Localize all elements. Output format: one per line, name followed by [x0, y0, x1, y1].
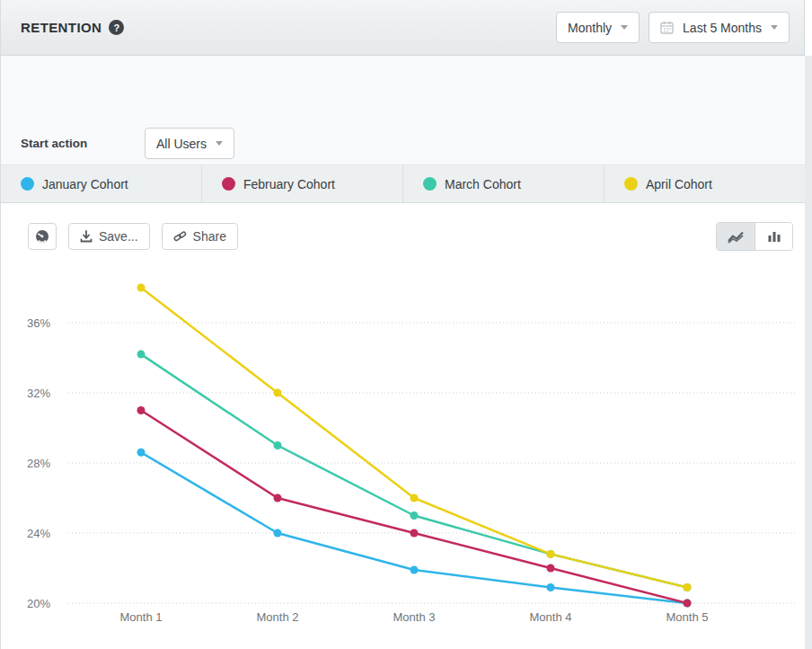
data-point-february-cohort[interactable]	[274, 494, 282, 502]
link-icon	[173, 230, 187, 243]
x-axis-tick-label: Month 3	[393, 610, 436, 624]
date-range-dropdown[interactable]: Last 5 Months	[649, 12, 790, 43]
share-button-label: Share	[193, 229, 226, 244]
report-header: RETENTION ? Monthly Last 5 Months	[1, 0, 804, 56]
retention-report-panel: RETENTION ? Monthly Last 5 Months	[0, 0, 805, 649]
bar-chart-icon	[767, 230, 781, 243]
gauge-icon	[35, 229, 49, 244]
download-icon	[80, 230, 93, 243]
data-point-february-cohort[interactable]	[410, 529, 419, 538]
series-line-january-cohort	[141, 452, 687, 603]
granularity-dropdown-value: Monthly	[568, 21, 612, 35]
legend-item-january-cohort[interactable]: January Cohort	[1, 165, 202, 202]
data-point-april-cohort[interactable]	[547, 550, 555, 558]
data-point-april-cohort[interactable]	[274, 389, 282, 397]
x-axis-tick-label: Month 1	[120, 610, 163, 624]
y-axis-tick-label: 32%	[27, 387, 50, 400]
legend-label: January Cohort	[42, 177, 128, 191]
data-point-january-cohort[interactable]	[410, 565, 419, 573]
legend-item-march-cohort[interactable]: March Cohort	[403, 165, 605, 202]
data-point-april-cohort[interactable]	[410, 494, 419, 502]
chart-toolbar: Save... Share	[28, 223, 238, 250]
data-point-january-cohort[interactable]	[137, 449, 146, 457]
data-point-april-cohort[interactable]	[137, 284, 146, 292]
data-point-january-cohort[interactable]	[547, 583, 555, 591]
chart-section: Save... Share	[1, 203, 806, 649]
y-axis-tick-label: 24%	[27, 527, 50, 540]
legend-dot	[222, 177, 235, 191]
bar-chart-toggle[interactable]	[755, 223, 792, 250]
series-line-march-cohort	[141, 354, 687, 587]
legend-label: March Cohort	[445, 177, 521, 191]
data-point-january-cohort[interactable]	[274, 529, 282, 538]
granularity-dropdown[interactable]: Monthly	[556, 12, 640, 43]
series-line-april-cohort	[141, 288, 687, 587]
data-point-april-cohort[interactable]	[684, 583, 692, 591]
save-button-label: Save...	[99, 229, 138, 244]
chart-type-toggle	[716, 222, 793, 251]
chevron-down-icon	[216, 141, 223, 146]
x-axis-tick-label: Month 2	[257, 610, 299, 624]
line-chart-toggle[interactable]	[717, 223, 755, 250]
start-action-dropdown[interactable]: All Users	[145, 128, 234, 159]
cohort-legend: January Cohort February Cohort March Coh…	[1, 165, 806, 203]
series-line-february-cohort	[141, 411, 687, 604]
start-action-dropdown-value: All Users	[156, 137, 207, 151]
chevron-down-icon	[771, 25, 778, 30]
legend-dot	[624, 177, 638, 191]
gauge-button[interactable]	[28, 223, 57, 250]
filters-section: Start action All Users Returning action …	[1, 56, 806, 165]
y-axis-tick-label: 20%	[27, 597, 50, 610]
chevron-down-icon	[621, 25, 628, 30]
data-point-march-cohort[interactable]	[410, 511, 419, 520]
page-gutter	[805, 56, 812, 649]
line-chart-icon	[727, 230, 745, 244]
x-axis-tick-label: Month 4	[530, 610, 572, 624]
y-axis-tick-label: 28%	[27, 457, 50, 470]
share-button[interactable]: Share	[162, 223, 238, 250]
y-axis-tick-label: 36%	[27, 316, 50, 330]
legend-label: April Cohort	[646, 177, 712, 191]
data-point-february-cohort[interactable]	[684, 600, 692, 608]
start-action-label: Start action	[21, 137, 145, 150]
legend-item-february-cohort[interactable]: February Cohort	[202, 165, 403, 202]
data-point-march-cohort[interactable]	[137, 351, 146, 359]
data-point-march-cohort[interactable]	[274, 441, 282, 449]
help-icon[interactable]: ?	[109, 20, 124, 35]
legend-dot	[423, 177, 437, 191]
date-range-dropdown-value: Last 5 Months	[683, 21, 762, 35]
data-point-february-cohort[interactable]	[547, 565, 555, 573]
legend-label: February Cohort	[243, 177, 335, 191]
retention-chart: 20%24%28%32%36%Month 1Month 2Month 3Mont…	[1, 261, 806, 647]
page-title: RETENTION	[21, 20, 102, 35]
x-axis-tick-label: Month 5	[666, 610, 709, 624]
legend-dot	[21, 177, 34, 191]
legend-item-april-cohort[interactable]: April Cohort	[605, 165, 806, 202]
calendar-icon	[660, 21, 674, 34]
start-action-row: Start action All Users	[21, 128, 234, 159]
save-button[interactable]: Save...	[68, 223, 150, 250]
data-point-february-cohort[interactable]	[137, 406, 146, 414]
